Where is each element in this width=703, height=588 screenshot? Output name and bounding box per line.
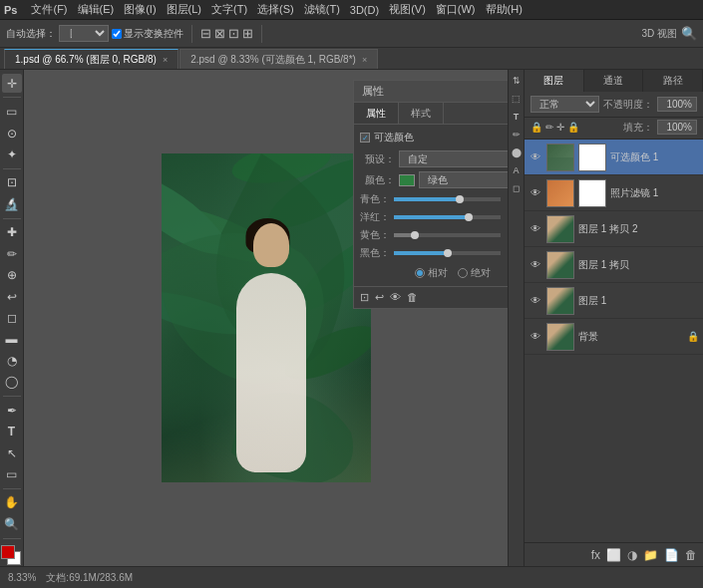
shape-tool[interactable]: ▭ (2, 464, 22, 483)
menu-image[interactable]: 图像(I) (124, 2, 156, 17)
distribute-icon[interactable]: ⊞ (242, 26, 253, 41)
new-layer-icon[interactable]: 📄 (664, 548, 679, 562)
auto-select-dropdown[interactable]: 图层 (59, 25, 109, 42)
add-mask-icon[interactable]: ⬜ (606, 548, 621, 562)
menu-filter[interactable]: 滤镜(T) (304, 2, 340, 17)
layer-item-photo-filter[interactable]: 👁 照片滤镜 1 (525, 175, 703, 211)
props-delete-icon[interactable]: 🗑 (407, 291, 418, 304)
path-select-tool[interactable]: ↖ (2, 443, 22, 462)
magenta-thumb[interactable] (465, 213, 473, 221)
props-clip-icon[interactable]: ⊡ (360, 291, 369, 304)
right-icon-6[interactable]: A (510, 163, 524, 177)
fill-input[interactable] (657, 120, 697, 135)
layer-item-layer1-copy2[interactable]: 👁 图层 1 拷贝 2 (525, 211, 703, 247)
layer-eye-layer1-copy[interactable]: 👁 (528, 258, 542, 272)
history-brush-tool[interactable]: ↩ (2, 287, 22, 306)
properties-preset-dropdown[interactable]: 自定 (399, 150, 508, 167)
tab-1[interactable]: 1.psd @ 66.7% (图层 0, RGB/8) × (4, 49, 178, 69)
menu-select[interactable]: 选择(S) (257, 2, 294, 17)
dodge-tool[interactable]: ◯ (2, 373, 22, 392)
menu-help[interactable]: 帮助(H) (486, 2, 523, 17)
color-swatches[interactable] (1, 545, 23, 566)
layer-eye-layer1[interactable]: 👁 (528, 294, 542, 308)
align-center-icon[interactable]: ⊠ (214, 26, 225, 41)
show-transform-checkbox[interactable] (112, 29, 122, 39)
delete-layer-icon[interactable]: 🗑 (685, 548, 697, 562)
layer-item-selective-color[interactable]: 👁 可选颜色 1 (525, 140, 703, 175)
lock-all-icon[interactable]: 🔒 (567, 122, 579, 133)
canvas-area[interactable]: 属性 — × 属性 样式 ✓ 可选颜色 (24, 70, 508, 566)
layer-item-background[interactable]: 👁 背景 🔒 (525, 319, 703, 355)
menu-view[interactable]: 视图(V) (389, 2, 426, 17)
tab-2-close[interactable]: × (362, 55, 367, 65)
menu-window[interactable]: 窗口(W) (436, 2, 476, 17)
eyedropper-tool[interactable]: 🔬 (2, 194, 22, 213)
panel-tab-channels[interactable]: 通道 (584, 70, 644, 92)
gradient-tool[interactable]: ▬ (2, 330, 22, 349)
yellow-thumb[interactable] (411, 231, 419, 239)
menu-layer[interactable]: 图层(L) (167, 2, 201, 17)
black-thumb[interactable] (444, 249, 452, 257)
search-icon[interactable]: 🔍 (681, 26, 697, 41)
magenta-track[interactable] (394, 215, 501, 219)
properties-tab-style[interactable]: 样式 (399, 103, 444, 124)
menu-edit[interactable]: 编辑(E) (78, 2, 115, 17)
panel-tab-layers[interactable]: 图层 (525, 70, 584, 92)
properties-tab-properties[interactable]: 属性 (354, 103, 399, 124)
clone-tool[interactable]: ⊕ (2, 265, 22, 284)
props-eye-icon[interactable]: 👁 (390, 291, 401, 304)
menu-3d[interactable]: 3D(D) (350, 4, 379, 16)
opacity-input[interactable] (657, 97, 697, 112)
layer-eye-photo-filter[interactable]: 👁 (528, 186, 542, 200)
foreground-color[interactable] (1, 545, 15, 559)
layer-eye-selective-color[interactable]: 👁 (528, 150, 542, 164)
zoom-tool[interactable]: 🔍 (2, 514, 22, 533)
cyan-track[interactable] (394, 197, 501, 201)
lasso-tool[interactable]: ⊙ (2, 124, 22, 143)
menu-type[interactable]: 文字(T) (211, 2, 247, 17)
blur-tool[interactable]: ◔ (2, 351, 22, 370)
align-right-icon[interactable]: ⊡ (228, 26, 239, 41)
right-icon-7[interactable]: ◻ (510, 181, 524, 195)
props-view-icon[interactable]: ↩ (375, 291, 384, 304)
lock-image-icon[interactable]: ✏ (545, 122, 553, 133)
pen-tool[interactable]: ✒ (2, 401, 22, 420)
menu-file[interactable]: 文件(F) (31, 2, 67, 17)
layer-item-layer1[interactable]: 👁 图层 1 (525, 283, 703, 319)
yellow-track[interactable] (394, 233, 501, 237)
absolute-radio[interactable]: 绝对 (458, 266, 491, 280)
cyan-thumb[interactable] (456, 195, 464, 203)
type-tool[interactable]: T (2, 422, 22, 441)
right-icon-3[interactable]: T (510, 110, 524, 124)
tab-1-close[interactable]: × (163, 55, 168, 65)
right-icon-1[interactable]: ⇅ (510, 74, 524, 88)
blend-mode-dropdown[interactable]: 正常 (530, 96, 599, 113)
black-track[interactable] (394, 251, 501, 255)
new-adjustment-icon[interactable]: ◑ (627, 548, 637, 562)
relative-radio[interactable]: 相对 (415, 266, 448, 280)
properties-color-swatch[interactable] (399, 174, 415, 186)
right-icon-2[interactable]: ⬚ (510, 92, 524, 106)
layer-eye-layer1-copy2[interactable]: 👁 (528, 222, 542, 236)
right-icon-5[interactable]: ⬤ (510, 146, 524, 159)
move-tool[interactable]: ✛ (2, 74, 22, 93)
magic-wand-tool[interactable]: ✦ (2, 145, 22, 163)
layer-eye-background[interactable]: 👁 (528, 330, 542, 344)
brush-tool[interactable]: ✏ (2, 244, 22, 263)
add-style-icon[interactable]: fx (591, 548, 600, 562)
eraser-tool[interactable]: ◻ (2, 308, 22, 327)
panel-tab-paths[interactable]: 路径 (643, 70, 703, 92)
layer-item-layer1-copy[interactable]: 👁 图层 1 拷贝 (525, 247, 703, 283)
hand-tool[interactable]: ✋ (2, 493, 22, 512)
right-icon-4[interactable]: ✏ (510, 128, 524, 142)
lock-position-icon[interactable]: ✛ (556, 122, 564, 133)
marquee-tool[interactable]: ▭ (2, 102, 22, 121)
properties-color-dropdown[interactable]: 绿色 (419, 171, 508, 188)
align-left-icon[interactable]: ⊟ (200, 26, 211, 41)
tab-2[interactable]: 2.psd @ 8.33% (可选颜色 1, RGB/8*) × (179, 49, 378, 69)
lock-transparent-icon[interactable]: 🔒 (530, 122, 542, 133)
crop-tool[interactable]: ⊡ (2, 173, 22, 192)
new-group-icon[interactable]: 📁 (643, 548, 658, 562)
heal-tool[interactable]: ✚ (2, 223, 22, 242)
properties-checkbox[interactable]: ✓ (360, 133, 370, 143)
